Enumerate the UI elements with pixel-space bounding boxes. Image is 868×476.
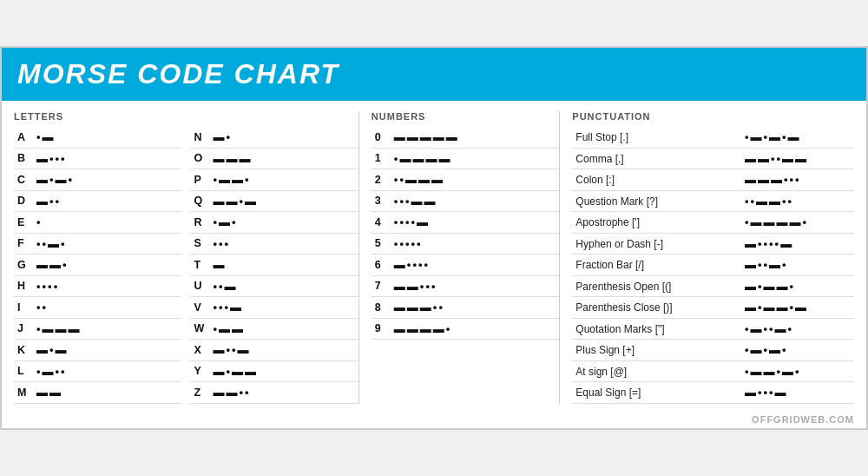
chart-header: MORSE CODE CHART	[2, 48, 866, 101]
table-row: M▬▬	[14, 382, 181, 404]
morse-code: ▬	[209, 255, 358, 276]
morse-code: •▬•	[209, 212, 358, 234]
letter-char: F	[14, 233, 33, 255]
table-row: K▬•▬	[14, 340, 181, 361]
morse-code: ••••▬	[391, 212, 559, 234]
morse-code: ••▬•	[33, 233, 181, 255]
morse-code: ▬▬▬▬▬	[391, 127, 559, 148]
number-char: 1	[372, 148, 391, 169]
table-row: Question Mark [?]••▬▬••	[572, 190, 854, 212]
morse-code: ▬••	[33, 190, 181, 212]
chart-body: LETTERS A•▬B▬•••C▬•▬•D▬••E•F••▬•G▬▬•H•••…	[2, 101, 866, 413]
letter-char: H	[14, 275, 33, 297]
letter-char: S	[190, 233, 209, 255]
table-row: 2••▬▬▬	[372, 169, 559, 191]
table-row: I••	[14, 297, 181, 319]
table-row: Parenthesis Open [(]▬•▬▬•	[572, 275, 854, 297]
morse-code: ▬▬•	[33, 255, 181, 276]
number-char: 0	[372, 127, 391, 148]
table-row: S•••	[190, 233, 358, 255]
table-row: J•▬▬▬	[14, 318, 181, 340]
numbers-section: NUMBERS 0▬▬▬▬▬1•▬▬▬▬2••▬▬▬3•••▬▬4••••▬5•…	[358, 111, 559, 404]
table-row: D▬••	[14, 190, 181, 212]
number-char: 3	[372, 190, 391, 212]
morse-code: ▬•	[209, 127, 358, 148]
table-row: L•▬••	[14, 360, 181, 382]
table-row: At sign [@]•▬▬•▬•	[572, 360, 854, 382]
morse-code: ▬•▬▬•	[741, 275, 854, 297]
morse-code: ▬▬▬••	[391, 297, 559, 319]
letter-char: C	[14, 169, 33, 191]
table-row: 1•▬▬▬▬	[372, 148, 559, 169]
letter-char: W	[190, 318, 209, 340]
morse-code: ▬▬▬▬•	[391, 318, 559, 340]
table-row: Z▬▬••	[190, 382, 358, 404]
letter-char: B	[14, 148, 33, 169]
table-row: 7▬▬•••	[372, 275, 559, 297]
table-row: Colon [:]▬▬▬•••	[572, 169, 854, 191]
numbers-table: 0▬▬▬▬▬1•▬▬▬▬2••▬▬▬3•••▬▬4••••▬5•••••6▬••…	[372, 127, 559, 340]
letter-char: T	[190, 255, 209, 276]
table-row: H••••	[14, 275, 181, 297]
table-row: Apostrophe [']•▬▬▬▬•	[572, 212, 854, 234]
punctuation-table: Full Stop [.]•▬•▬•▬Comma [,]▬▬••▬▬Colon …	[572, 127, 854, 404]
morse-code: ▬••••▬	[741, 233, 854, 255]
number-char: 2	[372, 169, 391, 191]
letters-section: LETTERS A•▬B▬•••C▬•▬•D▬••E•F••▬•G▬▬•H•••…	[14, 111, 358, 404]
table-row: 3•••▬▬	[372, 190, 559, 212]
table-row: X▬••▬	[190, 340, 358, 361]
morse-code: •	[33, 212, 181, 234]
number-char: 9	[372, 318, 391, 340]
punctuation-label: PUNCTUATION	[572, 111, 854, 122]
table-row: 4••••▬	[372, 212, 559, 234]
letters-col1-table: A•▬B▬•••C▬•▬•D▬••E•F••▬•G▬▬•H••••I••J•▬▬…	[14, 127, 181, 404]
letter-char: Q	[190, 190, 209, 212]
number-char: 6	[372, 255, 391, 276]
punct-name: Hyphen or Dash [-]	[572, 233, 741, 255]
morse-code: •▬▬▬▬•	[741, 212, 854, 234]
table-row: N▬•	[190, 127, 358, 148]
letter-char: J	[14, 318, 33, 340]
letter-char: Z	[190, 382, 209, 404]
table-row: Fraction Bar [/]▬••▬•	[572, 255, 854, 276]
punct-name: Equal Sign [=]	[572, 382, 741, 404]
table-row: O▬▬▬	[190, 148, 358, 169]
letter-char: O	[190, 148, 209, 169]
table-row: B▬•••	[14, 148, 181, 169]
table-row: Comma [,]▬▬••▬▬	[572, 148, 854, 169]
table-row: R•▬•	[190, 212, 358, 234]
table-row: 8▬▬▬••	[372, 297, 559, 319]
number-char: 7	[372, 275, 391, 297]
letter-char: N	[190, 127, 209, 148]
morse-code: ▬••▬	[209, 340, 358, 361]
morse-code: •▬	[33, 127, 181, 148]
punctuation-section: PUNCTUATION Full Stop [.]•▬•▬•▬Comma [,]…	[559, 111, 854, 404]
table-row: 6▬••••	[372, 255, 559, 276]
numbers-label: NUMBERS	[372, 111, 559, 122]
morse-code: •••▬	[209, 297, 358, 319]
morse-code: ▬▬▬•••	[741, 169, 854, 191]
morse-code: ▬▬•••	[391, 275, 559, 297]
table-row: 9▬▬▬▬•	[372, 318, 559, 340]
punct-name: Question Mark [?]	[572, 190, 741, 212]
table-row: Q▬▬•▬	[190, 190, 358, 212]
number-char: 5	[372, 233, 391, 255]
punct-name: Fraction Bar [/]	[572, 255, 741, 276]
table-row: Hyphen or Dash [-]▬••••▬	[572, 233, 854, 255]
table-row: C▬•▬•	[14, 169, 181, 191]
letter-char: K	[14, 340, 33, 361]
letters-label: LETTERS	[14, 111, 358, 122]
letter-char: X	[190, 340, 209, 361]
morse-code: ▬▬▬	[209, 148, 358, 169]
table-row: V•••▬	[190, 297, 358, 319]
morse-code: ••▬	[209, 275, 358, 297]
letters-col1: A•▬B▬•••C▬•▬•D▬••E•F••▬•G▬▬•H••••I••J•▬▬…	[14, 127, 181, 404]
punct-name: Apostrophe [']	[572, 212, 741, 234]
morse-code: ••••	[33, 275, 181, 297]
morse-code: ••	[33, 297, 181, 319]
punct-name: Quotation Marks ["]	[572, 318, 741, 340]
number-char: 8	[372, 297, 391, 319]
morse-code: •▬•▬•▬	[741, 127, 854, 148]
table-row: Plus Sign [+]•▬•▬•	[572, 340, 854, 361]
table-row: W•▬▬	[190, 318, 358, 340]
